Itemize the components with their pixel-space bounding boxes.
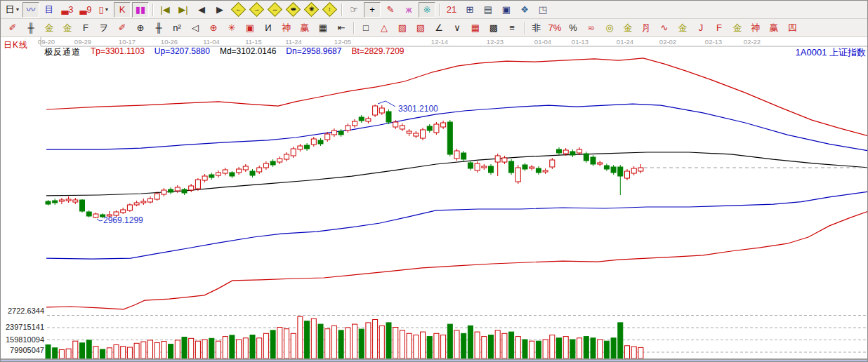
volume-bar[interactable] (495, 330, 500, 358)
candle-body[interactable] (250, 171, 255, 175)
volume-bar[interactable] (618, 323, 623, 358)
symbol-label[interactable]: 1A0001 上证指数 (796, 46, 866, 59)
candle-body[interactable] (591, 157, 596, 164)
minute-3-chart-icon[interactable]: ▃3 (59, 2, 76, 18)
volume-bar[interactable] (298, 316, 303, 358)
candle-body[interactable] (169, 189, 173, 192)
candle-body[interactable] (346, 126, 350, 130)
volume-bar[interactable] (202, 340, 207, 358)
prev-page-icon[interactable]: ◀ (193, 2, 210, 18)
pen-tool-2-icon[interactable]: ✐ (114, 20, 131, 36)
n-wave-tool-icon[interactable]: И (260, 20, 277, 36)
color-histogram-icon[interactable]: ▮▮ (132, 2, 149, 18)
volume-bar[interactable] (318, 324, 323, 358)
volume-bar[interactable] (66, 349, 71, 358)
candle-body[interactable] (461, 153, 466, 159)
candle-body[interactable] (414, 133, 419, 136)
volume-bar[interactable] (141, 342, 146, 358)
volume-bar[interactable] (148, 340, 153, 358)
volume-bar[interactable] (325, 329, 330, 358)
candle-body[interactable] (577, 149, 582, 153)
volume-bar[interactable] (421, 332, 426, 358)
volume-bar[interactable] (557, 338, 562, 358)
restore-diamond-icon[interactable]: ✳ (303, 2, 320, 18)
notepad-icon[interactable]: ▤ (480, 2, 497, 18)
volume-bar[interactable] (311, 319, 316, 358)
remote-pc-icon[interactable]: ◳ (534, 2, 551, 18)
volume-bar[interactable] (509, 332, 514, 358)
crosshair-cursor-icon[interactable]: + (364, 2, 381, 18)
candle-body[interactable] (73, 200, 78, 202)
volume-bar[interactable] (584, 337, 588, 358)
wave-tool-icon[interactable]: ∿ (656, 20, 673, 36)
volume-bar[interactable] (46, 345, 51, 359)
candle-body[interactable] (618, 167, 623, 176)
candle-body[interactable] (611, 167, 616, 173)
candle-body[interactable] (121, 210, 126, 213)
gold-circle-icon[interactable]: ◎ (601, 20, 618, 36)
percent-icon[interactable]: % (565, 20, 581, 36)
next-page-icon[interactable]: ▶ (211, 2, 228, 18)
width-measure-icon[interactable]: ⇤ (333, 20, 350, 36)
volume-bar[interactable] (530, 341, 534, 358)
candle-body[interactable] (270, 161, 275, 165)
volume-bar[interactable] (80, 343, 85, 358)
flag-tool-icon[interactable]: ◁ (187, 20, 204, 36)
gold-ruler-2-icon[interactable]: 金 (59, 20, 76, 36)
volume-bar[interactable] (604, 341, 609, 358)
percent-lines-icon[interactable]: ≂ (583, 20, 600, 36)
volume-bar[interactable] (182, 337, 187, 359)
volume-bar[interactable] (475, 332, 480, 358)
candle-body[interactable] (195, 180, 200, 189)
volume-bar[interactable] (515, 337, 520, 358)
candle-body[interactable] (189, 186, 194, 190)
gold-slash-icon[interactable]: 金 (674, 20, 691, 36)
candle-body[interactable] (584, 154, 588, 161)
volume-bar[interactable] (127, 347, 132, 358)
candle-body[interactable] (557, 149, 562, 153)
candle-body[interactable] (93, 214, 98, 217)
parallel-lines-icon[interactable]: ≡ (504, 20, 520, 36)
volume-bar[interactable] (461, 333, 466, 358)
candle-body[interactable] (421, 130, 426, 138)
volume-bar[interactable] (305, 321, 310, 358)
candle-body[interactable] (325, 134, 330, 140)
volume-bar[interactable] (414, 335, 419, 359)
first-page-icon[interactable]: |◀ (157, 2, 173, 18)
vertical-scale-diamond-icon[interactable]: ↕ (321, 2, 338, 18)
candle-body[interactable] (502, 158, 507, 162)
volume-bar[interactable] (162, 342, 166, 358)
volume-bar[interactable] (86, 340, 91, 358)
volume-bar[interactable] (625, 346, 630, 358)
candle-body[interactable] (223, 170, 228, 173)
candle-body[interactable] (66, 199, 71, 201)
candle-body[interactable] (598, 163, 603, 164)
volume-bar[interactable] (59, 350, 64, 359)
chart-area[interactable]: 09-2009-2910-1710-2611-0411-1511-2412-05… (1, 37, 868, 358)
candle-body[interactable] (318, 140, 323, 144)
volume-bar[interactable] (175, 340, 180, 358)
target-tool-icon[interactable]: ⊕ (205, 20, 222, 36)
gold-ruler-1-icon[interactable]: 金 (41, 20, 58, 36)
volume-bar[interactable] (277, 328, 282, 359)
candle-body[interactable] (631, 168, 636, 173)
volume-bar[interactable] (169, 344, 173, 358)
fibo-tool-icon[interactable]: F (77, 20, 94, 36)
ruler-tool-icon[interactable]: ╫ (22, 20, 39, 36)
candle-style-icon[interactable]: ▯▼ (96, 2, 112, 18)
ruler-123-icon[interactable]: ▦ (315, 20, 331, 36)
candle-body[interactable] (604, 166, 609, 169)
volume-bar[interactable] (386, 323, 391, 358)
candle-body[interactable] (127, 205, 132, 210)
info-panel-icon[interactable]: 目 (41, 2, 58, 18)
volume-bar[interactable] (379, 326, 384, 358)
volume-bar[interactable] (107, 348, 112, 358)
shade-box-tool-icon[interactable]: ▨ (394, 20, 411, 36)
spiral-tool-icon[interactable]: ヲ (96, 20, 112, 36)
f-slash-icon[interactable]: F (711, 20, 728, 36)
candle-body[interactable] (263, 163, 268, 168)
calculator-icon[interactable]: ⊞ (461, 2, 478, 18)
volume-bar[interactable] (447, 324, 452, 358)
candle-body[interactable] (148, 199, 153, 202)
line-chart-toggle-icon[interactable]: 〰 (22, 2, 39, 18)
